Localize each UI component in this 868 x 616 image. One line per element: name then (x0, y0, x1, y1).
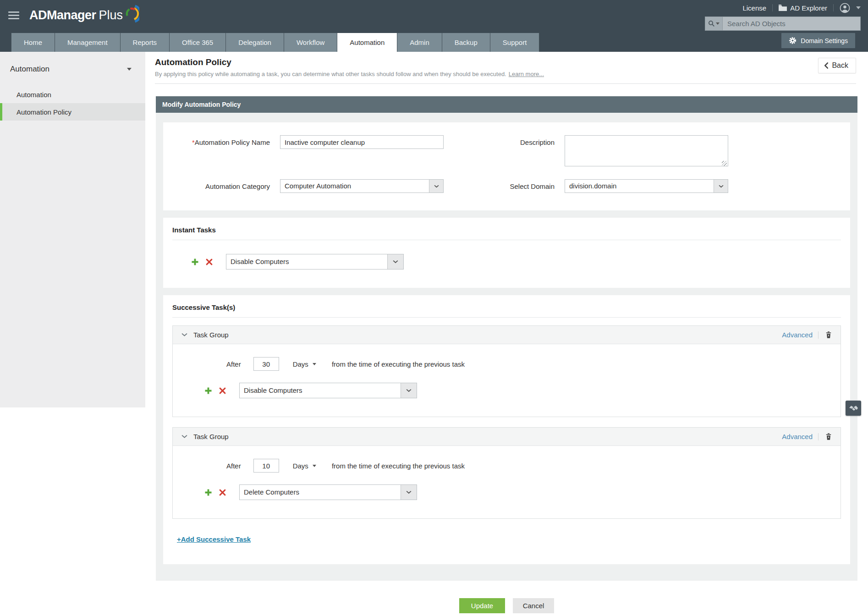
select-domain-select[interactable]: division.domain (565, 179, 728, 193)
domain-settings-button[interactable]: Domain Settings (781, 33, 855, 48)
remove-task-button[interactable] (217, 385, 227, 396)
chevron-down-icon (401, 485, 417, 500)
after-label: After (226, 462, 241, 470)
logo-text-main: ADManager (29, 8, 96, 22)
delay-unit-select[interactable]: Days (293, 462, 316, 470)
tab-automation[interactable]: Automation (337, 33, 397, 52)
hamburger-menu-icon[interactable] (8, 11, 19, 21)
add-task-button[interactable] (203, 385, 213, 396)
search-input[interactable] (723, 17, 860, 30)
chevron-down-icon (181, 434, 187, 439)
policy-basic-fields: *Automation Policy Name Description Auto… (163, 122, 850, 210)
user-account-menu[interactable] (840, 3, 861, 13)
back-label: Back (832, 61, 848, 70)
feedback-handshake-tab[interactable] (846, 401, 861, 416)
successive-tasks-section: Successive Task(s) Task Group Advanced (163, 295, 850, 564)
sidebar-section-automation[interactable]: Automation (0, 52, 145, 74)
delete-group-button[interactable] (824, 432, 833, 441)
tab-home[interactable]: Home (11, 33, 55, 52)
main-content: Automation Policy By applying this polic… (145, 52, 868, 616)
advanced-link[interactable]: Advanced (782, 433, 813, 440)
delay-suffix-text: from the time of executing the previous … (332, 360, 465, 368)
chevron-down-icon (401, 383, 417, 398)
add-task-button[interactable] (203, 487, 213, 497)
chevron-down-icon (429, 180, 443, 192)
instant-task-select[interactable]: Disable Computers (226, 254, 404, 270)
handshake-icon (849, 405, 858, 412)
add-successive-task-link[interactable]: +Add Successive Task (177, 535, 251, 543)
trash-icon (825, 433, 832, 440)
learn-more-link[interactable]: Learn more... (509, 71, 544, 77)
domain-label: Select Domain (454, 179, 565, 193)
chevron-down-icon (856, 6, 861, 9)
sidebar: Automation Automation Automation Policy (0, 52, 145, 407)
cancel-button[interactable]: Cancel (513, 598, 554, 613)
chevron-down-icon (313, 363, 316, 365)
selected-category: Computer Automation (280, 180, 429, 192)
header-links: License AD Explorer (742, 2, 861, 13)
after-label: After (226, 360, 241, 368)
app-logo: ADManager Plus (29, 6, 139, 24)
add-task-button[interactable] (190, 257, 200, 267)
successive-task-select[interactable]: Delete Computers (239, 484, 417, 500)
divider (818, 433, 819, 440)
primary-nav: Home Management Reports Office 365 Deleg… (0, 33, 868, 52)
tab-workflow[interactable]: Workflow (284, 33, 337, 52)
chevron-down-icon (127, 68, 132, 71)
divider (172, 317, 841, 318)
tab-backup[interactable]: Backup (442, 33, 490, 52)
delete-group-button[interactable] (824, 330, 833, 340)
sidebar-item-automation[interactable]: Automation (0, 86, 145, 103)
tab-delegation[interactable]: Delegation (226, 33, 284, 52)
policy-name-input[interactable] (280, 135, 444, 149)
ad-explorer-link[interactable]: AD Explorer (779, 4, 827, 12)
update-button[interactable]: Update (459, 598, 505, 613)
instant-tasks-section: Instant Tasks Disable Computers (163, 218, 850, 288)
resize-grip[interactable] (722, 161, 727, 166)
chevron-down-icon (313, 465, 316, 467)
modify-policy-panel: Modify Automation Policy *Automation Pol… (156, 96, 857, 581)
description-textarea[interactable] (565, 135, 728, 166)
collapse-group-button[interactable] (180, 331, 188, 339)
automation-category-select[interactable]: Computer Automation (280, 179, 444, 193)
sidebar-section-title: Automation (10, 65, 49, 74)
advanced-link[interactable]: Advanced (782, 331, 813, 339)
page-title: Automation Policy (155, 57, 856, 67)
selected-task: Delete Computers (240, 485, 401, 500)
delay-value-input[interactable] (253, 357, 279, 371)
policy-name-label: *Automation Policy Name (163, 135, 280, 168)
divider (772, 4, 773, 11)
remove-task-button[interactable] (204, 257, 214, 267)
tab-management[interactable]: Management (55, 33, 121, 52)
search-scope-button[interactable] (705, 17, 723, 30)
sidebar-item-automation-policy[interactable]: Automation Policy (0, 103, 145, 121)
selected-instant-task: Disable Computers (226, 254, 387, 269)
plus-icon (204, 387, 212, 395)
folder-icon (779, 5, 787, 11)
delay-unit-select[interactable]: Days (293, 360, 316, 368)
selected-unit: Days (293, 462, 308, 470)
domain-settings-label: Domain Settings (801, 37, 848, 44)
chevron-left-icon (824, 62, 828, 69)
tab-support[interactable]: Support (490, 33, 540, 52)
tab-office365[interactable]: Office 365 (170, 33, 226, 52)
trash-icon (825, 331, 832, 339)
delay-suffix-text: from the time of executing the previous … (332, 462, 465, 470)
task-group-1: Task Group Advanced (172, 325, 841, 417)
remove-task-button[interactable] (217, 487, 227, 497)
chevron-down-icon (387, 254, 403, 269)
back-button[interactable]: Back (818, 58, 856, 73)
x-icon (219, 489, 226, 496)
selected-unit: Days (293, 360, 308, 368)
successive-tasks-heading: Successive Task(s) (172, 303, 841, 311)
delay-value-input[interactable] (253, 459, 279, 473)
x-icon (206, 258, 213, 265)
tab-reports[interactable]: Reports (121, 33, 170, 52)
tab-admin[interactable]: Admin (397, 33, 442, 52)
successive-task-select[interactable]: Disable Computers (239, 383, 417, 398)
sidebar-item-label: Automation (16, 91, 51, 99)
divider (172, 240, 841, 240)
chevron-down-icon (181, 333, 187, 337)
license-link[interactable]: License (742, 4, 766, 12)
collapse-group-button[interactable] (180, 433, 188, 441)
